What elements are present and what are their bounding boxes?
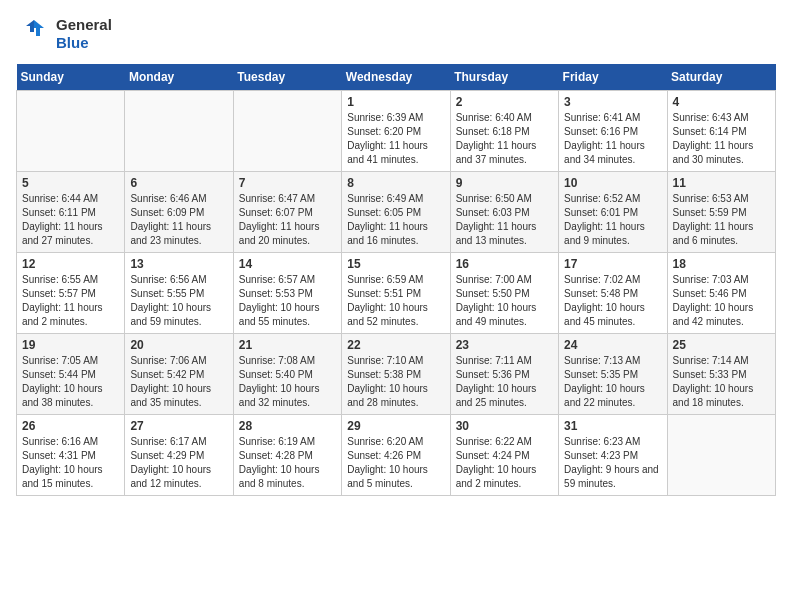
calendar-week-row: 1Sunrise: 6:39 AM Sunset: 6:20 PM Daylig… <box>17 91 776 172</box>
calendar-table: SundayMondayTuesdayWednesdayThursdayFrid… <box>16 64 776 496</box>
day-info: Sunrise: 7:00 AM Sunset: 5:50 PM Dayligh… <box>456 273 553 329</box>
day-number: 17 <box>564 257 661 271</box>
day-number: 23 <box>456 338 553 352</box>
day-number: 31 <box>564 419 661 433</box>
day-info: Sunrise: 6:49 AM Sunset: 6:05 PM Dayligh… <box>347 192 444 248</box>
day-number: 21 <box>239 338 336 352</box>
day-info: Sunrise: 7:03 AM Sunset: 5:46 PM Dayligh… <box>673 273 770 329</box>
calendar-cell: 11Sunrise: 6:53 AM Sunset: 5:59 PM Dayli… <box>667 172 775 253</box>
day-number: 3 <box>564 95 661 109</box>
calendar-cell: 17Sunrise: 7:02 AM Sunset: 5:48 PM Dayli… <box>559 253 667 334</box>
day-number: 12 <box>22 257 119 271</box>
svg-marker-1 <box>26 20 34 32</box>
calendar-cell: 20Sunrise: 7:06 AM Sunset: 5:42 PM Dayli… <box>125 334 233 415</box>
calendar-cell: 16Sunrise: 7:00 AM Sunset: 5:50 PM Dayli… <box>450 253 558 334</box>
day-number: 6 <box>130 176 227 190</box>
calendar-cell: 22Sunrise: 7:10 AM Sunset: 5:38 PM Dayli… <box>342 334 450 415</box>
weekday-header-wednesday: Wednesday <box>342 64 450 91</box>
day-number: 26 <box>22 419 119 433</box>
calendar-cell <box>667 415 775 496</box>
day-info: Sunrise: 6:46 AM Sunset: 6:09 PM Dayligh… <box>130 192 227 248</box>
day-info: Sunrise: 6:50 AM Sunset: 6:03 PM Dayligh… <box>456 192 553 248</box>
day-number: 13 <box>130 257 227 271</box>
day-info: Sunrise: 6:57 AM Sunset: 5:53 PM Dayligh… <box>239 273 336 329</box>
weekday-header-row: SundayMondayTuesdayWednesdayThursdayFrid… <box>17 64 776 91</box>
calendar-cell: 14Sunrise: 6:57 AM Sunset: 5:53 PM Dayli… <box>233 253 341 334</box>
calendar-cell: 13Sunrise: 6:56 AM Sunset: 5:55 PM Dayli… <box>125 253 233 334</box>
day-number: 18 <box>673 257 770 271</box>
day-number: 5 <box>22 176 119 190</box>
calendar-week-row: 12Sunrise: 6:55 AM Sunset: 5:57 PM Dayli… <box>17 253 776 334</box>
calendar-week-row: 5Sunrise: 6:44 AM Sunset: 6:11 PM Daylig… <box>17 172 776 253</box>
day-number: 16 <box>456 257 553 271</box>
weekday-header-friday: Friday <box>559 64 667 91</box>
calendar-cell: 18Sunrise: 7:03 AM Sunset: 5:46 PM Dayli… <box>667 253 775 334</box>
day-info: Sunrise: 7:08 AM Sunset: 5:40 PM Dayligh… <box>239 354 336 410</box>
day-number: 20 <box>130 338 227 352</box>
day-info: Sunrise: 6:47 AM Sunset: 6:07 PM Dayligh… <box>239 192 336 248</box>
day-number: 22 <box>347 338 444 352</box>
calendar-cell: 31Sunrise: 6:23 AM Sunset: 4:23 PM Dayli… <box>559 415 667 496</box>
calendar-cell: 2Sunrise: 6:40 AM Sunset: 6:18 PM Daylig… <box>450 91 558 172</box>
day-number: 28 <box>239 419 336 433</box>
day-info: Sunrise: 6:23 AM Sunset: 4:23 PM Dayligh… <box>564 435 661 491</box>
day-info: Sunrise: 7:10 AM Sunset: 5:38 PM Dayligh… <box>347 354 444 410</box>
calendar-cell: 3Sunrise: 6:41 AM Sunset: 6:16 PM Daylig… <box>559 91 667 172</box>
day-info: Sunrise: 6:39 AM Sunset: 6:20 PM Dayligh… <box>347 111 444 167</box>
day-info: Sunrise: 7:14 AM Sunset: 5:33 PM Dayligh… <box>673 354 770 410</box>
day-info: Sunrise: 7:05 AM Sunset: 5:44 PM Dayligh… <box>22 354 119 410</box>
day-number: 30 <box>456 419 553 433</box>
day-info: Sunrise: 6:44 AM Sunset: 6:11 PM Dayligh… <box>22 192 119 248</box>
weekday-header-saturday: Saturday <box>667 64 775 91</box>
calendar-cell: 6Sunrise: 6:46 AM Sunset: 6:09 PM Daylig… <box>125 172 233 253</box>
day-number: 1 <box>347 95 444 109</box>
day-info: Sunrise: 7:02 AM Sunset: 5:48 PM Dayligh… <box>564 273 661 329</box>
weekday-header-tuesday: Tuesday <box>233 64 341 91</box>
calendar-cell: 25Sunrise: 7:14 AM Sunset: 5:33 PM Dayli… <box>667 334 775 415</box>
calendar-cell: 10Sunrise: 6:52 AM Sunset: 6:01 PM Dayli… <box>559 172 667 253</box>
calendar-cell: 24Sunrise: 7:13 AM Sunset: 5:35 PM Dayli… <box>559 334 667 415</box>
calendar-cell: 9Sunrise: 6:50 AM Sunset: 6:03 PM Daylig… <box>450 172 558 253</box>
day-info: Sunrise: 6:22 AM Sunset: 4:24 PM Dayligh… <box>456 435 553 491</box>
logo-text-general: General <box>56 16 112 34</box>
day-number: 29 <box>347 419 444 433</box>
calendar-cell <box>233 91 341 172</box>
day-number: 11 <box>673 176 770 190</box>
weekday-header-monday: Monday <box>125 64 233 91</box>
calendar-week-row: 26Sunrise: 6:16 AM Sunset: 4:31 PM Dayli… <box>17 415 776 496</box>
calendar-cell: 19Sunrise: 7:05 AM Sunset: 5:44 PM Dayli… <box>17 334 125 415</box>
day-info: Sunrise: 6:53 AM Sunset: 5:59 PM Dayligh… <box>673 192 770 248</box>
day-number: 15 <box>347 257 444 271</box>
day-info: Sunrise: 6:41 AM Sunset: 6:16 PM Dayligh… <box>564 111 661 167</box>
day-number: 24 <box>564 338 661 352</box>
day-number: 14 <box>239 257 336 271</box>
day-info: Sunrise: 6:43 AM Sunset: 6:14 PM Dayligh… <box>673 111 770 167</box>
calendar-cell: 23Sunrise: 7:11 AM Sunset: 5:36 PM Dayli… <box>450 334 558 415</box>
day-number: 10 <box>564 176 661 190</box>
calendar-cell: 4Sunrise: 6:43 AM Sunset: 6:14 PM Daylig… <box>667 91 775 172</box>
calendar-week-row: 19Sunrise: 7:05 AM Sunset: 5:44 PM Dayli… <box>17 334 776 415</box>
weekday-header-thursday: Thursday <box>450 64 558 91</box>
logo-bird-icon <box>16 16 52 52</box>
calendar-cell: 15Sunrise: 6:59 AM Sunset: 5:51 PM Dayli… <box>342 253 450 334</box>
calendar-cell <box>17 91 125 172</box>
day-number: 27 <box>130 419 227 433</box>
calendar-cell: 1Sunrise: 6:39 AM Sunset: 6:20 PM Daylig… <box>342 91 450 172</box>
day-info: Sunrise: 6:16 AM Sunset: 4:31 PM Dayligh… <box>22 435 119 491</box>
calendar-cell: 12Sunrise: 6:55 AM Sunset: 5:57 PM Dayli… <box>17 253 125 334</box>
day-info: Sunrise: 7:11 AM Sunset: 5:36 PM Dayligh… <box>456 354 553 410</box>
weekday-header-sunday: Sunday <box>17 64 125 91</box>
page-header: General Blue <box>16 16 776 52</box>
day-info: Sunrise: 6:20 AM Sunset: 4:26 PM Dayligh… <box>347 435 444 491</box>
day-number: 8 <box>347 176 444 190</box>
logo: General Blue <box>16 16 112 52</box>
day-info: Sunrise: 6:56 AM Sunset: 5:55 PM Dayligh… <box>130 273 227 329</box>
day-number: 19 <box>22 338 119 352</box>
calendar-cell: 5Sunrise: 6:44 AM Sunset: 6:11 PM Daylig… <box>17 172 125 253</box>
day-number: 25 <box>673 338 770 352</box>
calendar-cell <box>125 91 233 172</box>
day-number: 4 <box>673 95 770 109</box>
day-number: 2 <box>456 95 553 109</box>
calendar-cell: 29Sunrise: 6:20 AM Sunset: 4:26 PM Dayli… <box>342 415 450 496</box>
day-info: Sunrise: 6:40 AM Sunset: 6:18 PM Dayligh… <box>456 111 553 167</box>
